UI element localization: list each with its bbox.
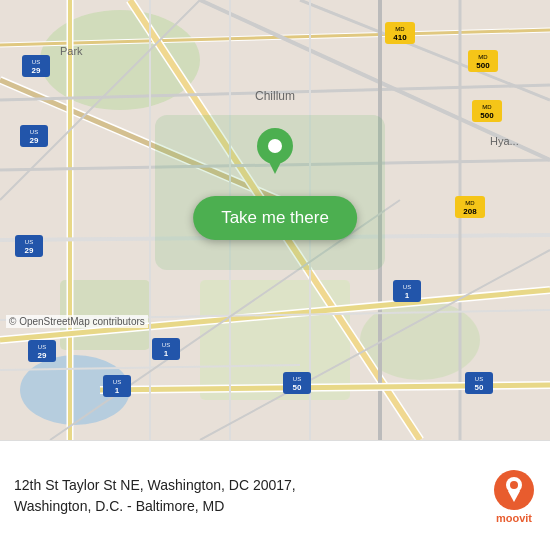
map-attribution: © OpenStreetMap contributors <box>6 315 148 328</box>
route-shield-us1-1: US 1 <box>393 280 421 306</box>
svg-text:29: 29 <box>38 351 47 360</box>
svg-text:29: 29 <box>25 246 34 255</box>
route-shield-md500-1: MD 500 <box>468 50 498 76</box>
moovit-text: moovit <box>496 512 532 524</box>
svg-marker-39 <box>267 158 283 174</box>
route-shield-us29: US 29 <box>22 55 50 81</box>
route-shield-us29-3: US 29 <box>15 235 43 261</box>
svg-text:MD: MD <box>395 26 405 32</box>
svg-text:US: US <box>32 59 40 65</box>
svg-text:US: US <box>162 342 170 348</box>
svg-text:US: US <box>475 376 483 382</box>
svg-text:500: 500 <box>476 61 490 70</box>
svg-text:MD: MD <box>478 54 488 60</box>
svg-text:1: 1 <box>115 386 120 395</box>
info-bar: 12th St Taylor St NE, Washington, DC 200… <box>0 440 550 550</box>
svg-text:US: US <box>403 284 411 290</box>
svg-text:US: US <box>25 239 33 245</box>
svg-text:US: US <box>113 379 121 385</box>
route-shield-us50-2: US 50 <box>465 372 493 398</box>
route-shield-md410: MD 410 <box>385 22 415 48</box>
svg-text:Park: Park <box>60 45 83 57</box>
svg-text:50: 50 <box>475 383 484 392</box>
address-text: 12th St Taylor St NE, Washington, DC 200… <box>14 475 482 517</box>
svg-text:500: 500 <box>480 111 494 120</box>
route-shield-us1-2: US 1 <box>152 338 180 364</box>
svg-text:1: 1 <box>164 349 169 358</box>
svg-text:50: 50 <box>293 383 302 392</box>
moovit-logo: moovit <box>492 468 536 524</box>
route-shield-us1-3: US 1 <box>103 375 131 401</box>
svg-text:Hya...: Hya... <box>490 135 519 147</box>
take-me-there-button[interactable]: Take me there <box>193 196 357 240</box>
svg-point-38 <box>268 139 282 153</box>
moovit-icon-svg <box>492 468 536 512</box>
address-block: 12th St Taylor St NE, Washington, DC 200… <box>14 475 482 517</box>
svg-text:US: US <box>38 344 46 350</box>
route-shield-us29-4: US 29 <box>28 340 56 366</box>
svg-text:29: 29 <box>32 66 41 75</box>
svg-point-81 <box>510 481 518 489</box>
svg-text:Chillum: Chillum <box>255 89 295 103</box>
route-shield-us50-1: US 50 <box>283 372 311 398</box>
route-shield-md500-2: MD 500 <box>472 100 502 126</box>
svg-text:US: US <box>293 376 301 382</box>
map-container: Chillum Park Hya... Take me there US 29 … <box>0 0 550 440</box>
svg-text:1: 1 <box>405 291 410 300</box>
location-pin <box>257 128 293 178</box>
svg-text:410: 410 <box>393 33 407 42</box>
route-shield-md208: MD 208 <box>455 196 485 222</box>
svg-text:US: US <box>30 129 38 135</box>
address-line2: Washington, D.C. - Baltimore, MD <box>14 498 224 514</box>
address-line1: 12th St Taylor St NE, Washington, DC 200… <box>14 477 296 493</box>
svg-text:208: 208 <box>463 207 477 216</box>
svg-text:MD: MD <box>482 104 492 110</box>
svg-text:MD: MD <box>465 200 475 206</box>
svg-text:29: 29 <box>30 136 39 145</box>
route-shield-us29-2: US 29 <box>20 125 48 151</box>
